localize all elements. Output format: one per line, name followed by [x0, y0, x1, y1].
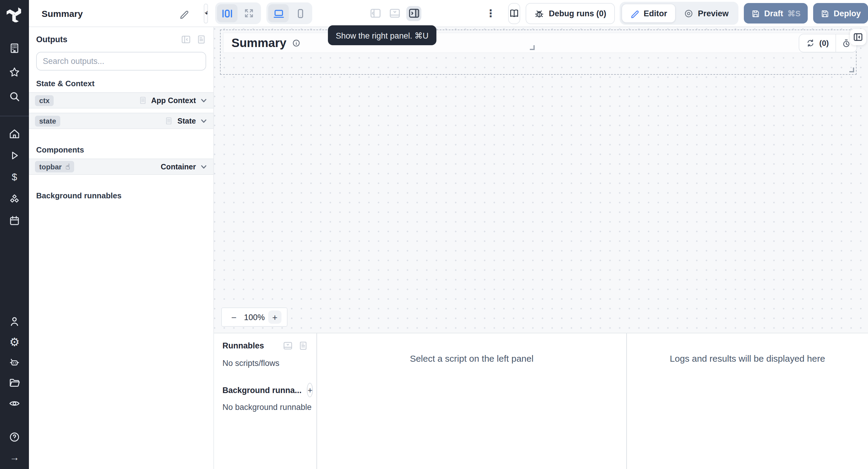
zoom-level: 100% [244, 313, 265, 322]
draft-shortcut: ⌘S [787, 9, 801, 18]
refresh-count: (0) [819, 39, 829, 48]
document-icon [299, 341, 308, 351]
laptop-icon [273, 7, 284, 19]
robot-icon [8, 356, 21, 368]
app-editor: $ ⚙ [0, 0, 868, 469]
no-background-runnable-label: No background runnable [222, 403, 308, 412]
bug-icon [534, 8, 545, 19]
deploy-label: Deploy [834, 9, 861, 18]
sidebar-item-help[interactable] [0, 427, 29, 447]
chevron-down-icon[interactable] [200, 163, 207, 170]
cubes-icon [8, 193, 21, 205]
gear-icon: ⚙ [9, 335, 20, 349]
hide-right-panel-button[interactable] [850, 29, 866, 45]
document-icon [196, 34, 206, 44]
pointer-cursor-icon: ☝ [65, 162, 70, 171]
add-background-runnable-button[interactable]: + [307, 383, 313, 397]
panel-toggle-group [368, 6, 422, 21]
debug-runs-label: Debug runs (0) [549, 9, 607, 18]
sidebar-divider [0, 116, 29, 116]
main-sidebar: $ ⚙ [0, 0, 29, 469]
panel-bottom-icon [389, 7, 401, 19]
topbar-container[interactable]: Summary [223, 33, 854, 53]
outputs-panel-title: Outputs [36, 35, 181, 44]
topbar-badge: topbar ☝ [35, 161, 74, 173]
deploy-button[interactable]: Deploy [813, 3, 868, 24]
runnables-docs-button[interactable] [299, 341, 308, 351]
chevron-down-icon[interactable] [200, 117, 207, 124]
search-icon [8, 90, 21, 102]
sidebar-item-settings[interactable]: ⚙ [0, 332, 29, 352]
zoom-in-button[interactable]: + [268, 310, 281, 324]
editor-tab-label: Editor [644, 9, 667, 18]
no-scripts-label: No scripts/flows [222, 359, 308, 368]
collapse-bottom-panel-button[interactable] [283, 341, 293, 351]
sidebar-item-schedules[interactable] [0, 210, 29, 231]
sidebar-item-resources[interactable] [0, 188, 29, 210]
logs-results-section: Logs and results will be displayed here [627, 333, 868, 469]
search-outputs-input[interactable] [36, 52, 206, 70]
expand-icon [244, 8, 255, 19]
panel-collapse-icon [853, 32, 863, 42]
full-width-button[interactable] [239, 4, 259, 22]
outputs-panel: Outputs State & Context ctx [29, 27, 214, 469]
runnables-bottom-panel: Runnables No scripts/flows B [214, 333, 868, 469]
refresh-group: (0) [799, 34, 857, 53]
centered-layout-button[interactable] [217, 4, 238, 22]
sidebar-item-favorites[interactable] [0, 60, 29, 84]
windmill-logo-icon [7, 7, 22, 22]
json-doc-icon [165, 116, 173, 125]
sidebar-collapse-button[interactable]: → [0, 447, 29, 468]
pencil-icon [179, 8, 190, 19]
sidebar-item-runs[interactable] [0, 145, 29, 166]
selected-container-outline[interactable]: Summary [220, 30, 857, 75]
more-options-button[interactable]: ⋮ [486, 7, 496, 20]
draft-button[interactable]: Draft ⌘S [744, 3, 808, 24]
panel-right-icon [408, 7, 420, 19]
zoom-out-button[interactable]: − [227, 310, 241, 324]
undo-button[interactable]: ↶ [205, 3, 208, 23]
sidebar-item-workers[interactable] [0, 352, 29, 373]
zoom-control: − 100% + [221, 307, 287, 327]
mobile-view-button[interactable] [290, 4, 311, 22]
sidebar-item-workspace[interactable] [0, 36, 29, 60]
runnables-title: Runnables [222, 341, 283, 350]
sidebar-item-search[interactable] [0, 84, 29, 108]
editor-preview-switch: Editor Preview [620, 2, 738, 25]
topbar-type-label: Container [161, 162, 196, 171]
editor-tab[interactable]: Editor [621, 4, 676, 23]
sidebar-item-account[interactable] [0, 311, 29, 332]
sidebar-item-folders[interactable] [0, 373, 29, 393]
refresh-button[interactable]: (0) [799, 34, 835, 52]
state-type-label: State [178, 117, 196, 125]
app-canvas[interactable]: Summary Show the right panel. ⌘U (0) [214, 27, 868, 333]
desktop-view-button[interactable] [269, 4, 289, 22]
help-icon [8, 431, 21, 443]
preview-tab[interactable]: Preview [676, 4, 737, 23]
toggle-left-panel-button[interactable] [368, 6, 383, 21]
edit-title-button[interactable] [179, 8, 190, 19]
info-icon[interactable] [292, 38, 301, 47]
draft-label: Draft [764, 9, 783, 18]
canvas-heading: Summary [231, 36, 286, 50]
output-row-ctx[interactable]: ctx App Context [29, 92, 213, 108]
preview-icon [684, 8, 694, 19]
eye-icon [8, 397, 21, 409]
chevron-down-icon[interactable] [200, 97, 207, 104]
docs-button[interactable] [508, 3, 521, 24]
sidebar-item-home[interactable] [0, 123, 29, 145]
toggle-bottom-panel-button[interactable] [387, 6, 402, 21]
collapse-outputs-panel-button[interactable] [181, 34, 191, 44]
outputs-docs-button[interactable] [196, 34, 206, 44]
sidebar-item-audit[interactable] [0, 393, 29, 413]
output-row-state[interactable]: state State [29, 113, 213, 129]
resize-handle[interactable] [530, 45, 535, 50]
resize-handle[interactable] [849, 67, 854, 72]
windmill-logo[interactable] [0, 0, 29, 29]
toggle-right-panel-button[interactable] [407, 6, 422, 21]
component-row-topbar[interactable]: topbar ☝ Container [29, 159, 213, 175]
sidebar-item-variables[interactable]: $ [0, 166, 29, 188]
debug-runs-button[interactable]: Debug runs (0) [526, 3, 615, 24]
panel-collapse-icon [181, 34, 191, 44]
calendar-icon [8, 215, 21, 227]
